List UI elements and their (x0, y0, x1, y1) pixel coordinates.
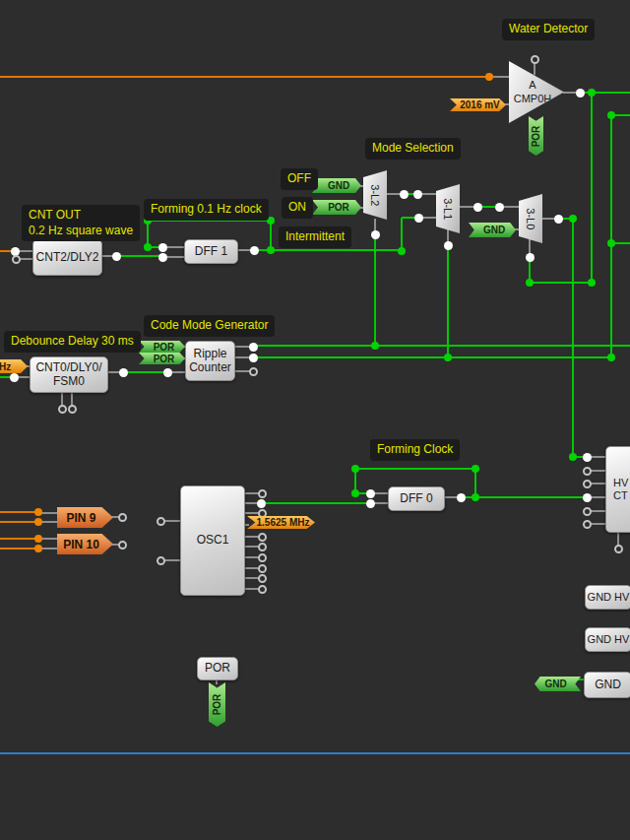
pin-unconnected[interactable] (583, 467, 592, 476)
pin-unconnected[interactable] (157, 517, 165, 526)
wire-orange[interactable] (0, 511, 39, 513)
pin-connected[interactable] (576, 89, 585, 97)
wire-green[interactable] (462, 496, 587, 498)
block-ripple-counter[interactable]: Ripple Counter (185, 341, 235, 381)
block-mux-3-l2[interactable]: 3-L2 (363, 170, 387, 220)
wire-orange[interactable] (0, 76, 489, 78)
pin-unconnected[interactable] (258, 564, 267, 573)
pin-connected[interactable] (583, 453, 592, 462)
pin-unconnected[interactable] (258, 543, 267, 551)
pin-unconnected[interactable] (531, 55, 539, 64)
pin-connected[interactable] (249, 343, 258, 352)
block-hv-ctrl[interactable]: HV CT (605, 446, 630, 533)
tag-por-bottom[interactable]: POR (209, 682, 225, 727)
pin-unconnected[interactable] (258, 585, 267, 594)
wire-green[interactable] (253, 356, 612, 358)
pin-connected[interactable] (257, 499, 266, 508)
pin-unconnected[interactable] (258, 489, 267, 498)
pin-connected[interactable] (495, 203, 504, 212)
pin-connected[interactable] (583, 493, 592, 502)
block-dff0[interactable]: DFF 0 (388, 486, 445, 511)
pin-unconnected[interactable] (118, 541, 127, 549)
pin-unconnected[interactable] (258, 574, 267, 583)
io-pin-10[interactable]: PIN 10 (57, 534, 113, 554)
pin-connected[interactable] (112, 252, 121, 261)
tag-gnd-mux-l0[interactable]: GND (469, 223, 516, 237)
wire-green[interactable] (116, 255, 162, 257)
wire-green[interactable] (253, 345, 630, 347)
pin-connected[interactable] (163, 368, 172, 377)
tag-por-ripple-1[interactable]: POR (139, 341, 185, 353)
pin-connected[interactable] (444, 241, 453, 250)
pin-connected[interactable] (371, 230, 380, 239)
pin-unconnected[interactable] (157, 556, 165, 565)
pin-connected[interactable] (554, 215, 563, 224)
schematic-canvas[interactable]: Water Detector Mode Selection Forming 0.… (0, 0, 630, 840)
wire-green[interactable] (355, 468, 475, 470)
tag-por-ripple-2[interactable]: POR (139, 353, 185, 364)
wire-green[interactable] (401, 218, 403, 251)
pin-connected[interactable] (400, 190, 409, 199)
junction-dot (267, 246, 275, 254)
wire-green[interactable] (254, 249, 402, 251)
pane-divider[interactable] (0, 752, 630, 754)
pin-connected[interactable] (413, 190, 422, 199)
pin-connected[interactable] (158, 243, 167, 252)
pin-connected[interactable] (366, 489, 375, 498)
pin-unconnected[interactable] (118, 513, 127, 522)
wire-green[interactable] (447, 248, 449, 358)
tag-gnd-bottom[interactable]: GND (535, 677, 581, 691)
wire-green[interactable] (123, 371, 167, 373)
block-dff1[interactable]: DFF 1 (184, 239, 238, 264)
block-gnd-hv-1[interactable]: GND HV (585, 585, 630, 610)
wire-green[interactable] (530, 282, 593, 284)
pin-connected[interactable] (366, 499, 375, 508)
pin-connected[interactable] (250, 246, 259, 255)
block-mux-3-l0[interactable]: 3-L0 (519, 194, 542, 243)
pin-connected[interactable] (249, 354, 258, 362)
wire-green[interactable] (610, 115, 612, 358)
junction-dot-orange (34, 535, 42, 543)
pin-unconnected[interactable] (58, 405, 67, 414)
block-gnd[interactable]: GND (584, 672, 630, 698)
pin-unconnected[interactable] (258, 553, 267, 562)
block-cnt0-dly0-fsm0[interactable]: CNT0/DLY0/ FSM0 (30, 356, 108, 393)
block-osc1[interactable]: OSC1 (180, 485, 245, 596)
pin-unconnected[interactable] (583, 480, 592, 488)
tag-por-comparator[interactable]: POR (529, 116, 543, 156)
pin-connected[interactable] (10, 373, 19, 382)
pin-unconnected[interactable] (583, 507, 592, 516)
pin-connected[interactable] (119, 368, 128, 377)
pin-unconnected[interactable] (258, 533, 267, 542)
io-pin-9[interactable]: PIN 9 (57, 507, 113, 528)
block-cnt2-dly2[interactable]: CNT2/DLY2 (32, 239, 102, 276)
wire-orange[interactable] (0, 521, 39, 523)
pin-stub (41, 521, 57, 523)
wire-green[interactable] (261, 502, 371, 504)
block-mux-3-l1[interactable]: 3-L1 (436, 184, 460, 233)
pin-unconnected[interactable] (583, 520, 592, 529)
pin-connected[interactable] (526, 253, 535, 262)
tag-por-mode-on[interactable]: POR (312, 200, 361, 215)
wire-green[interactable] (374, 237, 376, 347)
tag-osc-frequency[interactable]: 1.5625 MHz (247, 516, 315, 529)
wire-green[interactable] (572, 219, 574, 458)
block-gnd-hv-2[interactable]: GND HV (585, 627, 630, 652)
wire-green[interactable] (591, 93, 593, 284)
pin-connected[interactable] (414, 214, 423, 223)
wire-orange[interactable] (0, 548, 39, 549)
tag-clk-mhz-clipped[interactable]: MHz (0, 359, 28, 373)
block-comparator-cmp0h[interactable]: A CMP0H (509, 61, 564, 123)
pin-connected[interactable] (158, 253, 167, 262)
wire-orange[interactable] (0, 538, 39, 540)
pin-connected[interactable] (473, 203, 482, 212)
tag-por-ripple-2-label: POR (154, 354, 175, 364)
pin-unconnected[interactable] (249, 367, 258, 376)
tag-gnd-mode-off[interactable]: GND (312, 178, 361, 193)
pin-unconnected[interactable] (68, 405, 77, 414)
pin-unconnected[interactable] (614, 545, 623, 553)
pin-connected[interactable] (457, 493, 466, 502)
tag-comparator-vref[interactable]: 2016 mV (450, 98, 506, 111)
pin-unconnected[interactable] (12, 255, 21, 264)
block-por-source[interactable]: POR (197, 657, 238, 680)
